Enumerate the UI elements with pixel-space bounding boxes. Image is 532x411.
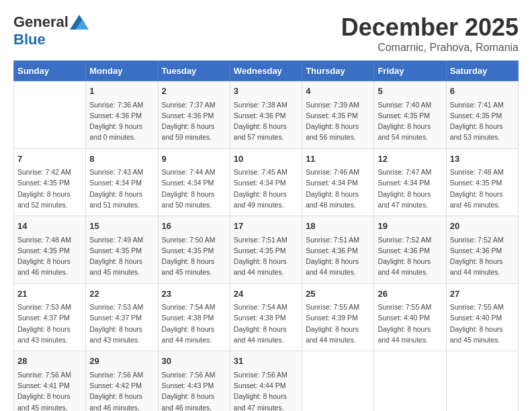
day-number: 27 <box>450 287 515 301</box>
day-cell: 31Sunrise: 7:56 AMSunset: 4:44 PMDayligh… <box>230 351 302 411</box>
day-cell <box>446 351 518 411</box>
day-header-tuesday: Tuesday <box>158 61 230 81</box>
day-number: 20 <box>450 220 515 233</box>
day-header-saturday: Saturday <box>446 61 518 81</box>
day-cell: 15Sunrise: 7:49 AMSunset: 4:35 PMDayligh… <box>86 216 158 284</box>
day-info: Sunrise: 7:55 AMSunset: 4:40 PMDaylight:… <box>378 302 442 345</box>
day-info: Sunrise: 7:47 AMSunset: 4:34 PMDaylight:… <box>378 167 442 210</box>
day-number: 21 <box>17 287 82 301</box>
day-cell <box>374 351 446 411</box>
day-cell: 11Sunrise: 7:46 AMSunset: 4:34 PMDayligh… <box>302 148 374 216</box>
day-info: Sunrise: 7:56 AMSunset: 4:44 PMDaylight:… <box>234 369 298 411</box>
day-cell: 6Sunrise: 7:41 AMSunset: 4:35 PMDaylight… <box>446 81 518 149</box>
day-number: 6 <box>450 85 515 98</box>
day-number: 24 <box>234 287 298 301</box>
day-info: Sunrise: 7:53 AMSunset: 4:37 PMDaylight:… <box>17 302 82 345</box>
day-info: Sunrise: 7:46 AMSunset: 4:34 PMDaylight:… <box>306 167 370 210</box>
day-cell: 12Sunrise: 7:47 AMSunset: 4:34 PMDayligh… <box>374 148 446 216</box>
day-number: 26 <box>378 287 442 301</box>
week-row-3: 14Sunrise: 7:48 AMSunset: 4:35 PMDayligh… <box>14 216 519 284</box>
day-cell: 13Sunrise: 7:48 AMSunset: 4:35 PMDayligh… <box>446 148 518 216</box>
day-cell: 10Sunrise: 7:45 AMSunset: 4:34 PMDayligh… <box>230 148 302 216</box>
day-info: Sunrise: 7:44 AMSunset: 4:34 PMDaylight:… <box>162 167 226 210</box>
day-info: Sunrise: 7:39 AMSunset: 4:35 PMDaylight:… <box>306 99 370 143</box>
day-info: Sunrise: 7:49 AMSunset: 4:35 PMDaylight:… <box>89 234 154 278</box>
day-info: Sunrise: 7:48 AMSunset: 4:35 PMDaylight:… <box>450 167 515 210</box>
day-info: Sunrise: 7:54 AMSunset: 4:38 PMDaylight:… <box>234 302 298 345</box>
week-row-5: 28Sunrise: 7:56 AMSunset: 4:41 PMDayligh… <box>14 351 519 411</box>
day-cell <box>14 81 86 149</box>
day-number: 30 <box>162 355 226 368</box>
day-info: Sunrise: 7:43 AMSunset: 4:34 PMDaylight:… <box>89 167 154 210</box>
day-number: 23 <box>162 287 226 301</box>
day-cell: 3Sunrise: 7:38 AMSunset: 4:36 PMDaylight… <box>230 81 302 149</box>
day-info: Sunrise: 7:52 AMSunset: 4:36 PMDaylight:… <box>378 234 442 278</box>
day-cell <box>302 351 374 411</box>
day-number: 25 <box>306 287 370 301</box>
day-cell: 24Sunrise: 7:54 AMSunset: 4:38 PMDayligh… <box>230 283 302 351</box>
day-cell: 8Sunrise: 7:43 AMSunset: 4:34 PMDaylight… <box>86 148 158 216</box>
month-title: December 2025 <box>341 13 519 42</box>
day-number: 31 <box>234 355 298 368</box>
day-cell: 9Sunrise: 7:44 AMSunset: 4:34 PMDaylight… <box>158 148 230 216</box>
day-info: Sunrise: 7:56 AMSunset: 4:42 PMDaylight:… <box>89 369 154 411</box>
day-header-wednesday: Wednesday <box>230 61 302 81</box>
day-cell: 19Sunrise: 7:52 AMSunset: 4:36 PMDayligh… <box>374 216 446 284</box>
day-number: 5 <box>378 85 442 98</box>
day-header-thursday: Thursday <box>302 61 374 81</box>
day-info: Sunrise: 7:37 AMSunset: 4:36 PMDaylight:… <box>162 99 226 143</box>
day-header-sunday: Sunday <box>14 61 86 81</box>
week-row-2: 7Sunrise: 7:42 AMSunset: 4:35 PMDaylight… <box>14 148 519 216</box>
title-block: December 2025 Comarnic, Prahova, Romania <box>341 13 519 54</box>
day-info: Sunrise: 7:51 AMSunset: 4:36 PMDaylight:… <box>306 234 370 278</box>
header: General Blue December 2025 Comarnic, Pra… <box>13 13 519 54</box>
day-number: 28 <box>17 355 82 368</box>
day-info: Sunrise: 7:48 AMSunset: 4:35 PMDaylight:… <box>17 234 82 278</box>
day-cell: 29Sunrise: 7:56 AMSunset: 4:42 PMDayligh… <box>86 351 158 411</box>
page-container: General Blue December 2025 Comarnic, Pra… <box>13 13 519 411</box>
day-info: Sunrise: 7:56 AMSunset: 4:43 PMDaylight:… <box>162 369 226 411</box>
day-number: 15 <box>89 220 154 233</box>
day-cell: 26Sunrise: 7:55 AMSunset: 4:40 PMDayligh… <box>374 283 446 351</box>
day-cell: 16Sunrise: 7:50 AMSunset: 4:35 PMDayligh… <box>158 216 230 284</box>
day-info: Sunrise: 7:55 AMSunset: 4:39 PMDaylight:… <box>306 302 370 345</box>
day-info: Sunrise: 7:52 AMSunset: 4:36 PMDaylight:… <box>450 234 515 278</box>
logo-blue-text: Blue <box>13 31 46 48</box>
day-cell: 23Sunrise: 7:54 AMSunset: 4:38 PMDayligh… <box>158 283 230 351</box>
day-number: 12 <box>378 152 442 166</box>
day-cell: 25Sunrise: 7:55 AMSunset: 4:39 PMDayligh… <box>302 283 374 351</box>
day-cell: 30Sunrise: 7:56 AMSunset: 4:43 PMDayligh… <box>158 351 230 411</box>
day-number: 17 <box>234 220 298 233</box>
logo: General Blue <box>13 13 89 48</box>
logo-general-text: General <box>13 13 69 31</box>
day-info: Sunrise: 7:36 AMSunset: 4:36 PMDaylight:… <box>89 99 154 143</box>
day-info: Sunrise: 7:54 AMSunset: 4:38 PMDaylight:… <box>162 302 226 345</box>
day-cell: 7Sunrise: 7:42 AMSunset: 4:35 PMDaylight… <box>14 148 86 216</box>
day-info: Sunrise: 7:41 AMSunset: 4:35 PMDaylight:… <box>450 99 515 143</box>
day-number: 8 <box>89 152 154 166</box>
day-cell: 17Sunrise: 7:51 AMSunset: 4:35 PMDayligh… <box>230 216 302 284</box>
day-info: Sunrise: 7:40 AMSunset: 4:35 PMDaylight:… <box>378 99 442 143</box>
day-number: 3 <box>234 85 298 98</box>
day-number: 22 <box>89 287 154 301</box>
day-info: Sunrise: 7:53 AMSunset: 4:37 PMDaylight:… <box>89 302 154 345</box>
day-info: Sunrise: 7:42 AMSunset: 4:35 PMDaylight:… <box>17 167 82 210</box>
day-info: Sunrise: 7:38 AMSunset: 4:36 PMDaylight:… <box>234 99 298 143</box>
day-cell: 4Sunrise: 7:39 AMSunset: 4:35 PMDaylight… <box>302 81 374 149</box>
day-cell: 1Sunrise: 7:36 AMSunset: 4:36 PMDaylight… <box>86 81 158 149</box>
calendar-header-row: SundayMondayTuesdayWednesdayThursdayFrid… <box>14 61 519 81</box>
location: Comarnic, Prahova, Romania <box>341 42 519 54</box>
day-number: 18 <box>306 220 370 233</box>
day-info: Sunrise: 7:51 AMSunset: 4:35 PMDaylight:… <box>234 234 298 278</box>
day-number: 16 <box>162 220 226 233</box>
day-number: 4 <box>306 85 370 98</box>
day-header-monday: Monday <box>86 61 158 81</box>
day-cell: 18Sunrise: 7:51 AMSunset: 4:36 PMDayligh… <box>302 216 374 284</box>
day-cell: 27Sunrise: 7:55 AMSunset: 4:40 PMDayligh… <box>446 283 518 351</box>
day-info: Sunrise: 7:56 AMSunset: 4:41 PMDaylight:… <box>17 369 82 411</box>
day-number: 9 <box>162 152 226 166</box>
day-cell: 22Sunrise: 7:53 AMSunset: 4:37 PMDayligh… <box>86 283 158 351</box>
day-number: 14 <box>17 220 82 233</box>
week-row-1: 1Sunrise: 7:36 AMSunset: 4:36 PMDaylight… <box>14 81 519 149</box>
day-cell: 21Sunrise: 7:53 AMSunset: 4:37 PMDayligh… <box>14 283 86 351</box>
